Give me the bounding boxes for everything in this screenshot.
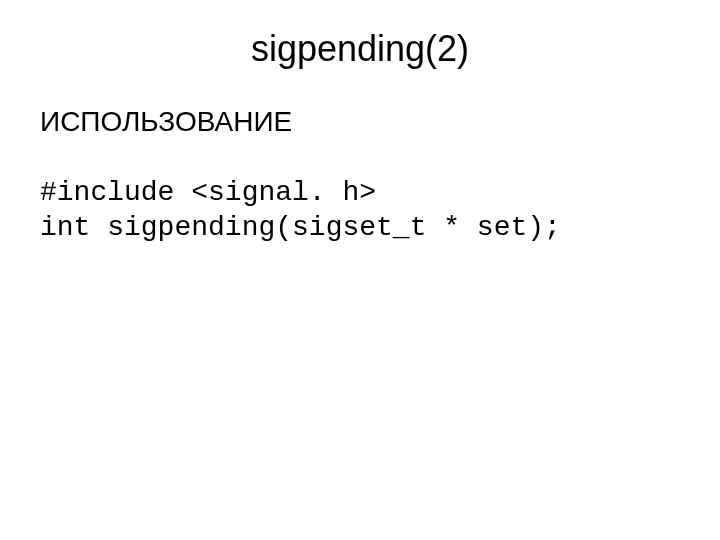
section-heading: ИСПОЛЬЗОВАНИЕ (40, 106, 680, 138)
code-line-2: int sigpending(sigset_t * set); (40, 212, 561, 243)
code-block: #include <signal. h> int sigpending(sigs… (40, 140, 680, 245)
code-line-1: #include <signal. h> (40, 177, 376, 208)
slide-title: sigpending(2) (40, 28, 680, 70)
